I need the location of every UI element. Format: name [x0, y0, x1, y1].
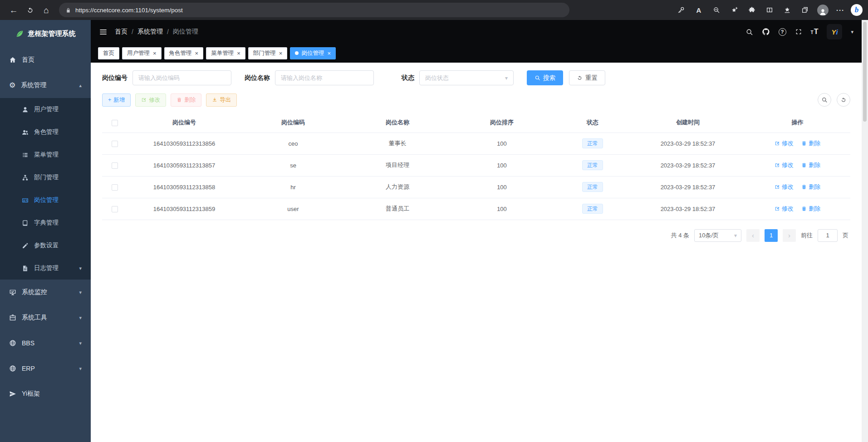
more-icon[interactable]: ···	[833, 2, 848, 18]
page-number-button[interactable]: 1	[765, 229, 778, 242]
sidebar-item-param-settings[interactable]: 参数设置	[0, 234, 91, 257]
row-delete-button[interactable]: 删除	[801, 205, 820, 213]
row-edit-button[interactable]: 修改	[775, 205, 794, 213]
sidebar-item-dict-management[interactable]: 字典管理	[0, 211, 91, 234]
show-search-button[interactable]	[818, 93, 831, 107]
tab-dept-management[interactable]: 部门管理 ×	[248, 47, 288, 59]
copilot-icon[interactable]: b	[851, 4, 863, 16]
column-post-id: 岗位编号	[128, 113, 241, 133]
home-icon[interactable]: ⌂	[38, 2, 54, 18]
sidebar-item-menu-management[interactable]: 菜单管理	[0, 143, 91, 166]
read-aloud-icon[interactable]: A	[691, 2, 706, 18]
export-button[interactable]: 导出	[206, 93, 237, 107]
cell-post-code: se	[241, 154, 345, 176]
trash-icon	[801, 184, 807, 190]
status-select[interactable]: 岗位状态 ▾	[419, 70, 514, 85]
next-page-button[interactable]: ›	[783, 229, 796, 242]
row-checkbox[interactable]	[112, 206, 118, 212]
sidebar-item-system-monitoring[interactable]: 系统监控 ▾	[0, 280, 91, 305]
add-button[interactable]: + 新增	[102, 93, 131, 107]
refresh-table-button[interactable]	[837, 93, 850, 107]
cell-created: 2023-03-29 18:52:37	[631, 198, 745, 220]
sidebar-item-bbs[interactable]: BBS ▾	[0, 330, 91, 356]
sidebar-item-erp[interactable]: ERP ▾	[0, 356, 91, 381]
row-delete-button[interactable]: 删除	[801, 161, 820, 169]
document-icon	[22, 265, 29, 272]
edit-button[interactable]: 修改	[135, 93, 166, 107]
hamburger-icon[interactable]	[99, 28, 108, 36]
url-bar[interactable]: https://ccnetcore.com:1101/system/post	[59, 3, 569, 17]
tab-home[interactable]: 首页	[98, 47, 119, 59]
sidebar-item-dept-management[interactable]: 部门管理	[0, 166, 91, 189]
search-button[interactable]: 搜索	[527, 70, 563, 85]
sidebar-item-system-management[interactable]: ⚙ 系统管理 ▴	[0, 73, 91, 98]
favorites-bar-icon[interactable]	[780, 2, 794, 18]
pencil-icon	[22, 242, 29, 249]
user-avatar[interactable]: Yi	[827, 24, 842, 39]
row-edit-button[interactable]: 修改	[775, 183, 794, 191]
table-row: 1641030593112313857 se 项目经理 100 正常 2023-…	[102, 154, 850, 176]
chevron-down-icon[interactable]: ▾	[851, 29, 853, 35]
tab-close-icon[interactable]: ×	[237, 50, 240, 56]
row-delete-button[interactable]: 删除	[801, 183, 820, 191]
status-badge: 正常	[582, 204, 603, 214]
goto-page-input[interactable]	[818, 229, 838, 242]
tab-post-management[interactable]: 岗位管理 ×	[290, 47, 336, 59]
fullscreen-icon[interactable]	[795, 28, 802, 35]
favorites-add-icon[interactable]	[727, 2, 741, 18]
browser-profile-avatar[interactable]	[815, 2, 830, 18]
table-row: 1641030593112313856 ceo 董事长 100 正常 2023-…	[102, 133, 850, 154]
sidebar-item-role-management[interactable]: 角色管理	[0, 121, 91, 143]
post-name-input[interactable]	[275, 70, 374, 85]
person-icon	[819, 8, 827, 16]
sidebar-item-user-management[interactable]: 用户管理	[0, 98, 91, 121]
row-checkbox[interactable]	[112, 184, 118, 191]
extensions-icon[interactable]	[745, 2, 759, 18]
breadcrumb-system-management[interactable]: 系统管理	[137, 28, 163, 36]
edit-icon	[775, 141, 780, 146]
prev-page-button[interactable]: ‹	[746, 229, 760, 242]
post-code-input[interactable]	[132, 70, 231, 85]
text-size-icon[interactable]: TT	[811, 28, 819, 36]
scrollbar-thumb[interactable]	[863, 22, 867, 122]
sidebar-item-system-tools[interactable]: 系统工具 ▾	[0, 305, 91, 330]
row-edit-button[interactable]: 修改	[775, 139, 794, 147]
tab-user-management[interactable]: 用户管理 ×	[122, 47, 162, 59]
page-scrollbar[interactable]	[862, 20, 868, 442]
paper-plane-icon	[9, 390, 16, 398]
tab-close-icon[interactable]: ×	[195, 50, 199, 56]
row-checkbox[interactable]	[112, 162, 118, 169]
row-delete-button[interactable]: 删除	[801, 139, 820, 147]
row-edit-button[interactable]: 修改	[775, 161, 794, 169]
split-screen-icon[interactable]	[762, 2, 777, 18]
cell-post-id: 1641030593112313856	[128, 133, 241, 154]
tab-close-icon[interactable]: ×	[153, 50, 157, 56]
tab-close-icon[interactable]: ×	[327, 50, 331, 56]
help-icon[interactable]: ?	[779, 28, 786, 36]
tab-close-icon[interactable]: ×	[279, 50, 283, 56]
select-all-checkbox[interactable]	[112, 120, 118, 126]
sidebar-item-home[interactable]: 首页	[0, 47, 91, 73]
page-size-select[interactable]: 10条/页 ▾	[694, 229, 741, 242]
delete-button[interactable]: 删除	[171, 93, 201, 107]
collections-icon[interactable]	[798, 2, 812, 18]
zoom-out-icon[interactable]	[709, 2, 724, 18]
app-logo[interactable]: 意框架管理系统	[0, 20, 91, 47]
reset-button[interactable]: 重置	[569, 70, 605, 85]
sidebar-item-label: 字典管理	[34, 219, 59, 227]
tab-role-management[interactable]: 角色管理 ×	[164, 47, 204, 59]
refresh-icon[interactable]	[22, 2, 38, 18]
password-key-icon[interactable]	[674, 2, 688, 18]
tab-menu-management[interactable]: 菜单管理 ×	[206, 47, 245, 59]
browser-toolbar-icons: A ··· b	[674, 2, 863, 18]
breadcrumb-home[interactable]: 首页	[115, 28, 128, 36]
search-icon[interactable]	[745, 28, 753, 36]
book-icon	[22, 220, 29, 226]
back-icon[interactable]: ←	[5, 2, 22, 18]
sidebar-item-yi-framework[interactable]: Yi框架	[0, 381, 91, 407]
github-icon[interactable]	[762, 28, 770, 36]
sidebar-item-post-management[interactable]: 岗位管理	[0, 189, 91, 211]
sidebar-item-log-management[interactable]: 日志管理 ▾	[0, 257, 91, 280]
tab-label: 菜单管理	[211, 49, 234, 57]
row-checkbox[interactable]	[112, 141, 118, 147]
